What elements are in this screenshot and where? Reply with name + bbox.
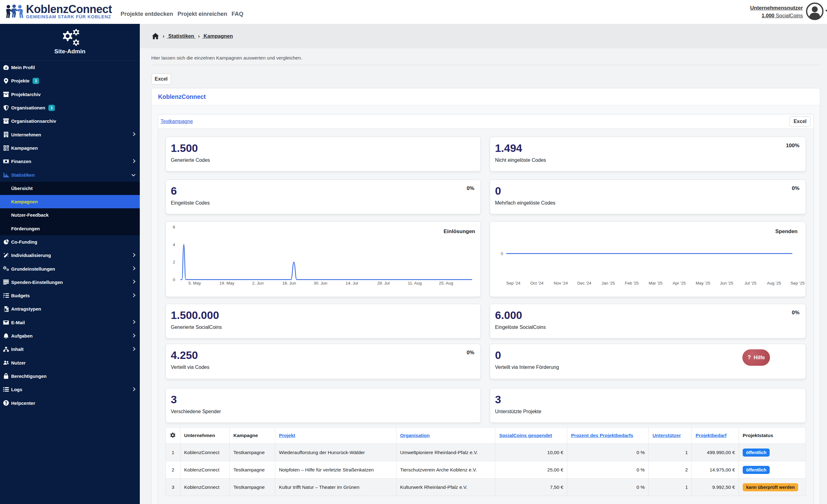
svg-text:Nov '24: Nov '24 xyxy=(553,281,568,286)
svg-text:2: 2 xyxy=(173,260,175,264)
svg-text:0: 0 xyxy=(501,251,503,256)
svg-text:Mar '25: Mar '25 xyxy=(649,281,663,286)
svg-text:14. Jul: 14. Jul xyxy=(346,281,358,286)
svg-text:Feb '25: Feb '25 xyxy=(625,281,639,286)
svg-text:Aug '25: Aug '25 xyxy=(767,281,781,286)
svg-text:Dec '24: Dec '24 xyxy=(577,281,591,286)
svg-text:Jun '25: Jun '25 xyxy=(720,281,733,286)
svg-text:Jan '25: Jan '25 xyxy=(601,281,615,286)
svg-text:Oct '24: Oct '24 xyxy=(530,281,544,286)
svg-text:5. May: 5. May xyxy=(189,281,201,286)
svg-text:16. Jun: 16. Jun xyxy=(282,281,296,286)
svg-text:11. Aug: 11. Aug xyxy=(408,281,422,286)
svg-text:Sep '24: Sep '24 xyxy=(506,281,521,286)
svg-text:4: 4 xyxy=(173,242,175,247)
svg-text:19. May: 19. May xyxy=(220,281,234,286)
svg-text:6: 6 xyxy=(173,225,175,230)
svg-text:Apr '25: Apr '25 xyxy=(673,281,686,286)
svg-text:Einlösungen: Einlösungen xyxy=(444,229,475,234)
svg-text:Sep '25: Sep '25 xyxy=(790,281,805,286)
svg-text:2. Jun: 2. Jun xyxy=(252,281,264,286)
svg-text:May '25: May '25 xyxy=(696,281,711,286)
svg-text:0: 0 xyxy=(173,278,175,282)
svg-text:25. Aug: 25. Aug xyxy=(439,281,453,286)
svg-text:Jul '25: Jul '25 xyxy=(744,281,757,286)
svg-text:30. Jun: 30. Jun xyxy=(314,281,327,286)
svg-text:Spenden: Spenden xyxy=(775,229,797,234)
svg-text:28. Jul: 28. Jul xyxy=(377,281,390,286)
